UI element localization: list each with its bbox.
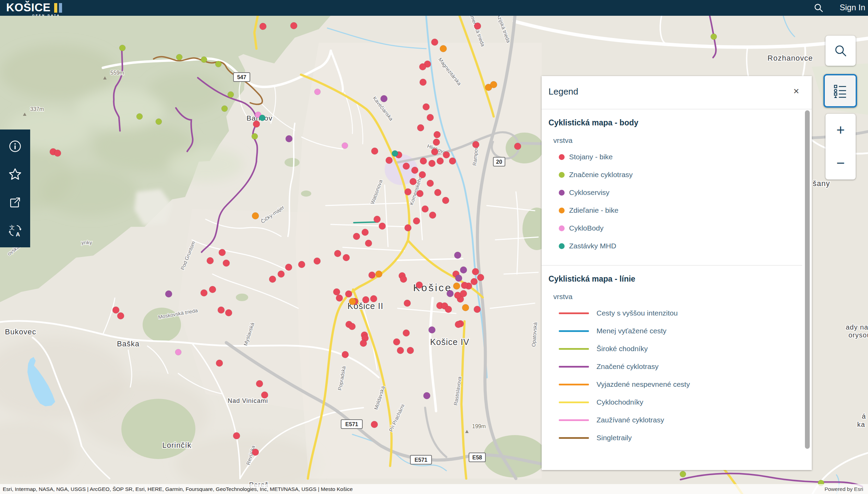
map-point[interactable] — [477, 274, 484, 281]
map-point[interactable] — [370, 295, 377, 302]
map-point[interactable] — [201, 57, 207, 63]
map-point[interactable] — [207, 257, 214, 264]
map-point[interactable] — [420, 158, 427, 164]
map-point[interactable] — [253, 121, 260, 127]
map-point[interactable] — [209, 286, 216, 293]
map-point[interactable] — [290, 22, 297, 29]
map-point[interactable] — [423, 103, 430, 110]
map-point[interactable] — [400, 276, 407, 283]
map-point[interactable] — [440, 45, 447, 52]
map-point[interactable] — [403, 330, 410, 336]
map-point[interactable] — [680, 471, 686, 477]
map-point[interactable] — [429, 212, 436, 219]
map-point[interactable] — [259, 115, 265, 121]
map-point[interactable] — [417, 190, 423, 197]
map-point[interactable] — [420, 79, 426, 86]
map-point[interactable] — [461, 282, 468, 289]
map-point[interactable] — [393, 338, 400, 345]
map-point[interactable] — [442, 197, 449, 204]
map-point[interactable] — [260, 23, 266, 30]
close-icon[interactable]: ✕ — [793, 87, 799, 96]
map-point[interactable] — [429, 326, 435, 333]
map-point[interactable] — [156, 119, 162, 125]
map-point[interactable] — [336, 295, 343, 301]
map-point[interactable] — [256, 380, 263, 387]
map-point[interactable] — [112, 307, 119, 313]
map-point[interactable] — [427, 114, 434, 121]
map-point[interactable] — [269, 276, 276, 283]
map-point[interactable] — [413, 218, 420, 224]
map-point[interactable] — [429, 160, 435, 167]
map-point[interactable] — [379, 223, 386, 230]
map-point[interactable] — [353, 233, 360, 240]
map-point[interactable] — [342, 351, 349, 358]
map-point[interactable] — [422, 206, 429, 212]
map-point[interactable] — [225, 309, 232, 316]
map-point[interactable] — [433, 139, 440, 146]
map-point[interactable] — [136, 113, 143, 120]
map-point[interactable] — [165, 291, 172, 297]
map-point[interactable] — [261, 392, 268, 398]
map-point[interactable] — [474, 23, 481, 29]
map-point[interactable] — [455, 321, 462, 328]
map-point[interactable] — [285, 264, 292, 271]
map-point[interactable] — [453, 283, 460, 289]
map-point[interactable] — [447, 290, 454, 297]
map-point[interactable] — [218, 307, 225, 313]
map-point[interactable] — [371, 421, 378, 428]
map-point[interactable] — [472, 268, 479, 275]
map-point[interactable] — [472, 141, 479, 148]
map-point[interactable] — [314, 89, 321, 95]
map-point[interactable] — [405, 188, 411, 195]
translate-button[interactable]: 文 A — [8, 223, 23, 238]
map-point[interactable] — [411, 167, 418, 174]
map-point[interactable] — [342, 143, 348, 149]
map-point[interactable] — [471, 278, 478, 285]
map-point[interactable] — [407, 347, 414, 354]
map-point[interactable] — [405, 224, 411, 231]
map-point[interactable] — [462, 304, 469, 311]
map-point[interactable] — [219, 249, 226, 256]
favorites-button[interactable] — [8, 167, 23, 182]
map-point[interactable] — [54, 150, 61, 157]
map-point[interactable] — [233, 432, 240, 439]
map-point[interactable] — [419, 171, 426, 178]
kosice-logo[interactable]: KOŠICE OPEN DATA — [6, 1, 62, 14]
map-point[interactable] — [371, 148, 378, 155]
map-point[interactable] — [460, 290, 467, 297]
map-point[interactable] — [252, 449, 259, 456]
map-point[interactable] — [119, 45, 125, 51]
map-point[interactable] — [228, 91, 234, 98]
map-point[interactable] — [252, 133, 258, 139]
map-search-button[interactable] — [825, 36, 856, 66]
map-point[interactable] — [278, 271, 285, 277]
map-point[interactable] — [445, 306, 452, 313]
map-point[interactable] — [454, 252, 461, 259]
map-point[interactable] — [362, 296, 369, 303]
map-point[interactable] — [416, 282, 423, 288]
zoom-out-button[interactable]: − — [825, 147, 856, 180]
map-point[interactable] — [449, 158, 456, 164]
map-point[interactable] — [201, 289, 207, 296]
map-point[interactable] — [474, 306, 481, 313]
map-point[interactable] — [490, 81, 497, 88]
map-point[interactable] — [252, 212, 259, 219]
legend-toggle-button[interactable] — [823, 74, 857, 108]
map-point[interactable] — [117, 312, 124, 319]
map-point[interactable] — [215, 61, 221, 67]
map-point[interactable] — [221, 106, 228, 112]
map-point[interactable] — [514, 143, 521, 150]
map-point[interactable] — [417, 124, 424, 131]
map-point[interactable] — [374, 216, 381, 223]
map-point[interactable] — [431, 148, 438, 155]
map-point[interactable] — [711, 34, 717, 40]
map-point[interactable] — [423, 392, 430, 399]
map-point[interactable] — [434, 131, 441, 138]
map-point[interactable] — [403, 163, 410, 170]
map-point[interactable] — [404, 300, 411, 307]
map-point[interactable] — [345, 291, 352, 297]
map-point[interactable] — [455, 275, 462, 282]
map-point[interactable] — [314, 258, 321, 264]
map-point[interactable] — [333, 288, 340, 295]
map-point[interactable] — [334, 250, 341, 257]
